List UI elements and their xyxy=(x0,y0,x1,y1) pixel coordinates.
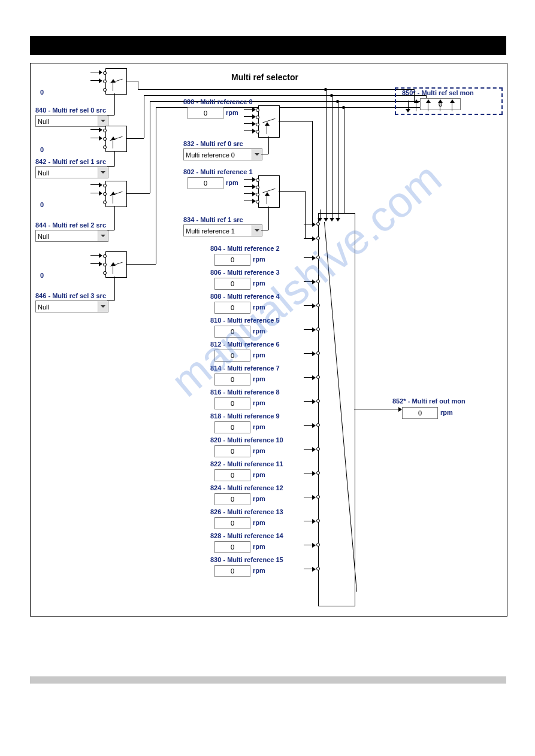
unit-label: rpm xyxy=(253,543,265,550)
value-box[interactable]: 0 xyxy=(214,541,250,553)
param-label: 802 - Multi reference 1 xyxy=(183,168,253,175)
param-label: 808 - Multi reference 4 xyxy=(210,293,280,300)
monitor-label: 852* - Multi ref out mon xyxy=(392,397,466,405)
param-label: 844 - Multi ref sel 2 src xyxy=(35,221,106,229)
unit-label: rpm xyxy=(253,280,265,287)
unit-label: rpm xyxy=(253,471,265,478)
dropdown-sel0[interactable]: Null xyxy=(35,115,108,127)
unit-label: rpm xyxy=(253,495,265,502)
value-box-ref0[interactable]: 0 xyxy=(188,107,223,119)
value-box[interactable]: 0 xyxy=(214,445,250,457)
watermark: manualshive.com xyxy=(162,153,451,406)
dropdown-ref0src[interactable]: Multi reference 0 xyxy=(183,148,262,160)
header-bar xyxy=(30,36,506,55)
unit-label: rpm xyxy=(226,109,238,116)
chevron-down-icon xyxy=(252,225,262,236)
big-selector xyxy=(318,213,355,606)
dropdown-value: Null xyxy=(36,168,49,178)
dropdown-sel3[interactable]: Null xyxy=(35,300,108,312)
unit-label: rpm xyxy=(253,519,265,526)
mux-sel2 xyxy=(105,181,127,207)
value-box[interactable]: 0 xyxy=(214,278,250,290)
param-label: 810 - Multi reference 5 xyxy=(210,317,280,324)
chevron-down-icon xyxy=(98,116,108,126)
mux-sel3 xyxy=(105,251,127,278)
unit-label: rpm xyxy=(253,375,265,382)
value-box-ref1[interactable]: 0 xyxy=(188,177,223,189)
value-box[interactable]: 0 xyxy=(214,421,250,433)
param-label: 828 - Multi reference 14 xyxy=(210,532,283,539)
param-label: 816 - Multi reference 8 xyxy=(210,388,280,396)
mux-sel0 xyxy=(105,68,127,95)
value-box[interactable]: 0 xyxy=(214,469,250,481)
chevron-down-icon xyxy=(98,301,108,312)
footer-bar xyxy=(30,676,506,684)
param-label: 840 - Multi ref sel 0 src xyxy=(35,107,106,114)
value-box[interactable]: 0 xyxy=(214,350,250,362)
monitor-value: 0 xyxy=(402,407,438,419)
dropdown-sel2[interactable]: Null xyxy=(35,230,108,242)
chevron-down-icon xyxy=(252,149,262,160)
unit-label: rpm xyxy=(253,423,265,430)
param-label: 812 - Multi reference 6 xyxy=(210,341,280,348)
value-box[interactable]: 0 xyxy=(214,254,250,266)
param-label: 0 xyxy=(40,146,44,153)
dropdown-value: Null xyxy=(36,231,49,242)
param-label: 830 - Multi reference 15 xyxy=(210,556,283,563)
unit-label: rpm xyxy=(253,303,265,311)
param-label: 842 - Multi ref sel 1 src xyxy=(35,158,106,165)
dropdown-value: Multi reference 1 xyxy=(184,226,235,236)
value-box[interactable]: 0 xyxy=(214,374,250,385)
param-label: 826 - Multi reference 13 xyxy=(210,508,283,515)
value-box[interactable]: 0 xyxy=(214,397,250,409)
param-label: 832 - Multi ref 0 src xyxy=(183,140,243,147)
value-box[interactable]: 0 xyxy=(214,302,250,314)
param-label: 804 - Multi reference 2 xyxy=(210,245,280,252)
param-label: 0 xyxy=(40,89,44,96)
unit-label: rpm xyxy=(253,447,265,454)
unit-label: rpm xyxy=(253,351,265,359)
dropdown-value: Null xyxy=(36,116,49,127)
value-box[interactable]: 0 xyxy=(214,517,250,529)
dropdown-value: Multi reference 0 xyxy=(184,150,235,160)
diagram-title: Multi ref selector xyxy=(231,72,298,82)
param-label: 822 - Multi reference 11 xyxy=(210,460,283,467)
param-label: 846 - Multi ref sel 3 src xyxy=(35,292,106,299)
unit-label: rpm xyxy=(253,256,265,263)
param-label: 818 - Multi reference 9 xyxy=(210,412,280,420)
mux-sel1 xyxy=(105,126,127,152)
param-label: 824 - Multi reference 12 xyxy=(210,484,283,491)
chevron-down-icon xyxy=(98,167,108,178)
monitor-label: 850* - Multi ref sel mon xyxy=(402,89,474,96)
value-box[interactable]: 0 xyxy=(214,565,250,577)
dropdown-value: Null xyxy=(36,302,49,312)
param-label: 820 - Multi reference 10 xyxy=(210,436,283,444)
mux-ref0 xyxy=(258,105,280,138)
unit-label: rpm xyxy=(440,409,453,416)
unit-label: rpm xyxy=(253,327,265,335)
dropdown-sel1[interactable]: Null xyxy=(35,166,108,178)
param-label: 0 xyxy=(40,272,44,279)
param-label: 800 - Multi reference 0 xyxy=(183,98,253,105)
param-label: 806 - Multi reference 3 xyxy=(210,269,280,276)
param-label: 814 - Multi reference 7 xyxy=(210,365,280,372)
param-label: 834 - Multi ref 1 src xyxy=(183,216,243,223)
diagram-frame: Multi ref selector 0 840 - Multi ref sel… xyxy=(30,63,507,617)
chevron-down-icon xyxy=(98,230,108,241)
dropdown-ref1src[interactable]: Multi reference 1 xyxy=(183,224,262,236)
value-box[interactable]: 0 xyxy=(214,326,250,338)
unit-label: rpm xyxy=(253,399,265,406)
value-box[interactable]: 0 xyxy=(214,493,250,505)
param-label: 0 xyxy=(40,201,44,208)
unit-label: rpm xyxy=(253,567,265,574)
mux-ref1 xyxy=(258,175,280,208)
unit-label: rpm xyxy=(226,179,238,186)
